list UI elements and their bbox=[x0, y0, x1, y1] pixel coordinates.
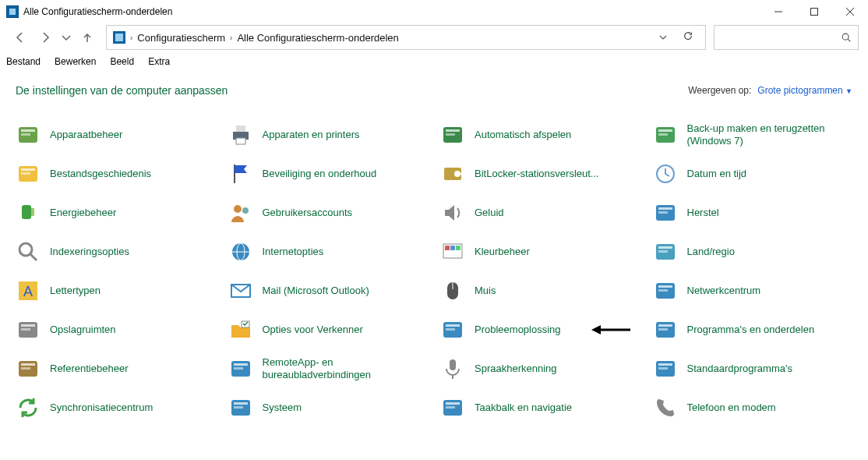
autoplay-icon bbox=[440, 122, 465, 147]
search-input[interactable] bbox=[714, 25, 859, 50]
flag-icon bbox=[228, 161, 253, 186]
control-panel-item-network[interactable]: Netwerkcentrum bbox=[650, 276, 856, 306]
control-panel-icon bbox=[6, 5, 19, 18]
address-bar[interactable]: › Configuratiescherm › Alle Configuratie… bbox=[106, 25, 706, 50]
control-panel-item-taskbar[interactable]: Taakbalk en navigatie bbox=[437, 393, 644, 423]
svg-rect-17 bbox=[658, 133, 668, 136]
control-panel-item-devices-printers[interactable]: Apparaten en printers bbox=[225, 120, 432, 150]
svg-rect-38 bbox=[445, 246, 450, 250]
up-button[interactable] bbox=[76, 27, 98, 48]
content-header: De instellingen van de computer aanpasse… bbox=[0, 72, 868, 104]
item-label: Land/regio bbox=[687, 246, 735, 258]
control-panel-item-file-history[interactable]: Bestandsgeschiedenis bbox=[12, 159, 219, 189]
control-panel-item-programs[interactable]: Programma's en onderdelen bbox=[650, 315, 856, 345]
control-panel-item-troubleshoot[interactable]: Probleemoplossing bbox=[437, 315, 644, 345]
default-programs-icon bbox=[653, 356, 678, 381]
svg-rect-11 bbox=[236, 138, 245, 144]
chevron-down-icon: ▼ bbox=[845, 87, 852, 95]
control-panel-item-recovery[interactable]: Herstel bbox=[650, 198, 856, 228]
control-panel-item-region[interactable]: Land/regio bbox=[650, 237, 856, 267]
item-label: Standaardprogramma's bbox=[687, 363, 792, 375]
svg-point-28 bbox=[242, 207, 249, 214]
search-icon bbox=[16, 239, 41, 264]
item-label: Netwerkcentrum bbox=[687, 285, 761, 297]
svg-rect-30 bbox=[658, 207, 672, 210]
mic-icon bbox=[440, 356, 465, 381]
control-panel-item-internet-options[interactable]: Internetopties bbox=[225, 237, 432, 267]
item-label: Geluid bbox=[475, 207, 504, 219]
page-title: De instellingen van de computer aanpasse… bbox=[16, 84, 228, 97]
chevron-right-icon[interactable]: › bbox=[130, 34, 132, 42]
maximize-button[interactable] bbox=[796, 0, 832, 23]
menu-view[interactable]: Beeld bbox=[110, 56, 134, 67]
control-panel-item-user-accounts[interactable]: Gebruikersaccounts bbox=[225, 198, 432, 228]
svg-point-32 bbox=[19, 243, 32, 256]
item-label: Lettertypen bbox=[50, 285, 101, 297]
control-panel-item-power[interactable]: Energiebeheer bbox=[12, 198, 219, 228]
back-button[interactable] bbox=[9, 27, 31, 48]
minimize-button[interactable] bbox=[760, 0, 796, 23]
item-label: Mail (Microsoft Outlook) bbox=[263, 285, 369, 297]
control-panel-item-storage-spaces[interactable]: Opslagruimten bbox=[12, 315, 219, 345]
forward-button[interactable] bbox=[34, 27, 56, 48]
control-panel-item-device-manager[interactable]: Apparaatbeheer bbox=[12, 120, 219, 150]
item-label: Systeem bbox=[263, 402, 302, 414]
control-panel-item-color[interactable]: Kleurbeheer bbox=[437, 237, 644, 267]
address-dropdown[interactable] bbox=[654, 30, 672, 44]
recent-dropdown[interactable] bbox=[59, 27, 73, 48]
chevron-right-icon[interactable]: › bbox=[230, 34, 232, 42]
control-panel-item-sound[interactable]: Geluid bbox=[437, 198, 644, 228]
control-panel-item-backup[interactable]: Back-up maken en terugzetten (Windows 7) bbox=[650, 120, 856, 150]
breadcrumb-root[interactable]: Configuratiescherm bbox=[137, 32, 225, 44]
view-selector: Weergeven op: Grote pictogrammen ▼ bbox=[688, 85, 852, 96]
breadcrumb-current[interactable]: Alle Configuratiescherm-onderdelen bbox=[237, 32, 398, 44]
svg-rect-31 bbox=[658, 211, 668, 214]
taskbar-icon bbox=[440, 395, 465, 420]
svg-rect-25 bbox=[22, 205, 31, 219]
control-panel-item-sync[interactable]: Synchronisatiecentrum bbox=[12, 393, 219, 423]
item-label: Opslagruimten bbox=[50, 324, 116, 336]
control-panel-item-autoplay[interactable]: Automatisch afspelen bbox=[437, 120, 644, 150]
control-panel-item-system[interactable]: Systeem bbox=[225, 393, 432, 423]
control-panel-item-credentials[interactable]: Referentiebeheer bbox=[12, 354, 219, 384]
svg-rect-59 bbox=[446, 328, 455, 331]
svg-rect-39 bbox=[450, 246, 455, 250]
control-panel-item-explorer-options[interactable]: Opties voor Verkenner bbox=[225, 315, 432, 345]
item-label: Internetopties bbox=[263, 246, 324, 258]
svg-line-5 bbox=[848, 39, 850, 41]
item-label: Opties voor Verkenner bbox=[263, 324, 363, 336]
svg-rect-19 bbox=[21, 168, 35, 171]
svg-text:A: A bbox=[23, 284, 33, 299]
svg-rect-1 bbox=[811, 9, 818, 16]
control-panel-item-indexing[interactable]: Indexeringsopties bbox=[12, 237, 219, 267]
control-panel-item-security[interactable]: Beveiliging en onderhoud bbox=[225, 159, 432, 189]
svg-rect-51 bbox=[658, 289, 668, 292]
control-panel-item-bitlocker[interactable]: BitLocker-stationsversleut... bbox=[437, 159, 644, 189]
svg-rect-77 bbox=[446, 402, 460, 405]
clock-icon bbox=[653, 161, 678, 186]
phone-icon bbox=[653, 395, 678, 420]
control-panel-item-mouse[interactable]: Muis bbox=[437, 276, 644, 306]
storage-icon bbox=[16, 317, 41, 342]
item-label: Telefoon en modem bbox=[687, 402, 776, 414]
control-panel-item-phone-modem[interactable]: Telefoon en modem bbox=[650, 393, 856, 423]
printer-icon bbox=[228, 122, 253, 147]
window-controls bbox=[760, 0, 868, 23]
svg-rect-74 bbox=[234, 402, 248, 405]
close-button[interactable] bbox=[832, 0, 868, 23]
control-panel-item-remoteapp[interactable]: RemoteApp- en bureaubladverbindingen bbox=[225, 354, 432, 384]
item-label: Apparaten en printers bbox=[263, 129, 360, 141]
view-mode-dropdown[interactable]: Grote pictogrammen ▼ bbox=[757, 85, 852, 96]
control-panel-item-fonts[interactable]: ALettertypen bbox=[12, 276, 219, 306]
control-panel-item-speech[interactable]: Spraakherkenning bbox=[437, 354, 644, 384]
search-icon bbox=[841, 32, 852, 43]
svg-line-33 bbox=[30, 254, 37, 260]
refresh-button[interactable] bbox=[677, 30, 699, 44]
menu-file[interactable]: Bestand bbox=[6, 56, 41, 67]
control-panel-item-mail[interactable]: Mail (Microsoft Outlook) bbox=[225, 276, 432, 306]
control-panel-item-default-programs[interactable]: Standaardprogramma's bbox=[650, 354, 856, 384]
menu-extra[interactable]: Extra bbox=[148, 56, 170, 67]
menu-edit[interactable]: Bewerken bbox=[55, 56, 96, 67]
control-panel-item-date-time[interactable]: Datum en tijd bbox=[650, 159, 856, 189]
item-label: Automatisch afspelen bbox=[475, 129, 571, 141]
